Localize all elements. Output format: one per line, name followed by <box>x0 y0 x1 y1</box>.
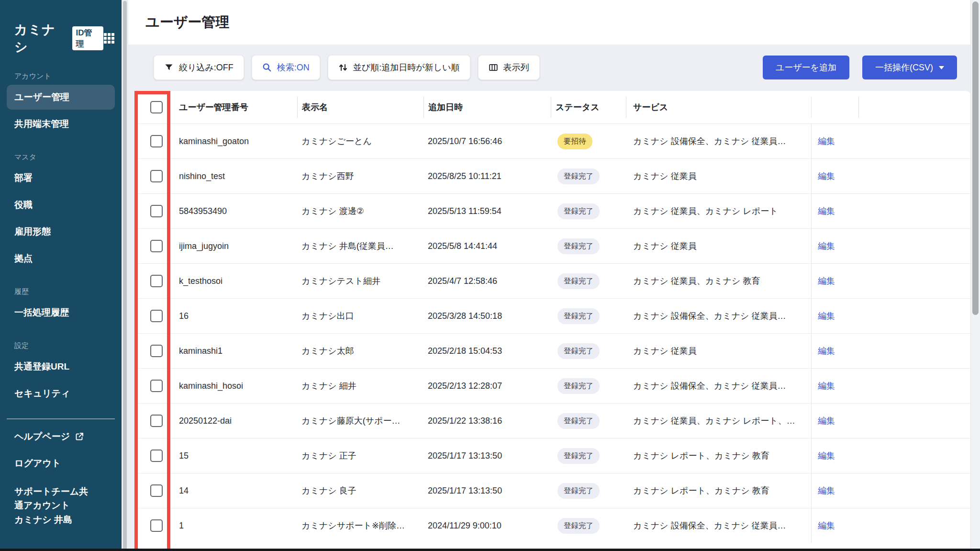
cell-status: 登録完了 <box>551 343 626 359</box>
cell-user-id: kaminashi1 <box>174 346 297 356</box>
row-checkbox[interactable] <box>150 135 163 147</box>
sidebar-scrollbar[interactable] <box>122 0 128 551</box>
edit-link[interactable]: 編集 <box>818 170 835 182</box>
cell-status: 要招待 <box>551 134 626 149</box>
table-row: kaminashi1 カミナシ太郎 2025/2/18 15:04:53 登録完… <box>138 333 971 368</box>
page-scrollbar-thumb[interactable] <box>972 1 979 315</box>
table-header-row: ユーザー管理番号 表示名 追加日時 ステータス サービス <box>138 91 971 124</box>
sidebar-item-link[interactable]: 拠点 <box>7 246 115 271</box>
status-badge: 登録完了 <box>557 413 600 429</box>
status-badge: 登録完了 <box>557 308 600 324</box>
edit-link[interactable]: 編集 <box>818 275 835 287</box>
cell-services: カミナシ 設備保全、カミナシ 従業員… <box>626 380 811 392</box>
row-checkbox[interactable] <box>150 275 163 287</box>
header-added-at: 追加日時 <box>423 97 551 118</box>
table-row: kaminashi_hosoi カミナシ 細井 2025/2/13 12:28:… <box>138 368 971 403</box>
cell-edit: 編集 <box>811 229 858 263</box>
cell-display-name: カミナシ太郎 <box>297 345 423 357</box>
cell-added-at: 2025/1/22 13:38:16 <box>423 416 551 426</box>
account-info-line: サポートチーム共 <box>14 484 107 498</box>
header-status: ステータス <box>551 97 626 118</box>
cell-services: カミナシ 設備保全、カミナシ 従業員… <box>626 135 811 147</box>
filter-button[interactable]: 絞り込み:OFF <box>154 55 244 80</box>
row-checkbox[interactable] <box>150 310 163 322</box>
chevron-down-icon <box>939 66 944 69</box>
sidebar-item-link[interactable]: 共用端末管理 <box>7 112 115 136</box>
row-checkbox[interactable] <box>150 345 163 357</box>
sidebar-item-link[interactable]: 一括処理履歴 <box>7 300 115 325</box>
table-row: ijima_jugyoin カミナシ 井島(従業員… 2025/5/8 14:4… <box>138 228 971 263</box>
status-badge: 登録完了 <box>557 518 600 534</box>
row-checkbox[interactable] <box>150 380 163 392</box>
cell-display-name: カミナシごーとん <box>297 135 423 147</box>
add-user-button[interactable]: ユーザーを追加 <box>763 56 849 79</box>
header-checkbox-cell <box>138 91 174 124</box>
sidebar-item-link[interactable]: 役職 <box>7 192 115 217</box>
row-checkbox[interactable] <box>150 484 163 497</box>
table-row: 16 カミナシ出口 2025/3/28 14:50:18 登録完了 カミナシ 設… <box>138 298 971 333</box>
status-badge: 登録完了 <box>557 169 600 184</box>
row-checkbox[interactable] <box>150 205 163 217</box>
cell-edit: 編集 <box>811 473 858 508</box>
sidebar-item-link[interactable]: セキュリティ <box>7 381 115 406</box>
row-checkbox-cell <box>138 369 174 403</box>
row-checkbox[interactable] <box>150 450 163 462</box>
bulk-csv-button-label: 一括操作(CSV) <box>875 62 933 73</box>
cell-edit: 編集 <box>811 334 858 368</box>
search-button[interactable]: 検索:ON <box>252 55 320 80</box>
cell-display-name: カミナシ藤原大(サポー… <box>297 415 423 427</box>
edit-link[interactable]: 編集 <box>818 485 835 496</box>
edit-link[interactable]: 編集 <box>818 520 835 531</box>
bulk-csv-button[interactable]: 一括操作(CSV) <box>862 56 957 79</box>
sidebar-divider <box>7 418 115 419</box>
cell-user-id: 20250122-dai <box>174 416 297 426</box>
status-badge: 登録完了 <box>557 238 600 254</box>
edit-link[interactable]: 編集 <box>818 380 835 392</box>
row-checkbox-cell <box>138 404 174 438</box>
cell-services: カミナシ レポート、カミナシ 教育 <box>626 450 811 461</box>
toolbar: 絞り込み:OFF 検索:ON <box>154 55 957 80</box>
row-checkbox[interactable] <box>150 170 163 182</box>
sidebar-item-active[interactable]: ユーザー管理 <box>7 85 115 110</box>
sidebar-help-link[interactable]: ヘルプページ <box>7 424 115 449</box>
edit-link[interactable]: 編集 <box>818 205 835 217</box>
row-checkbox-cell <box>138 439 174 473</box>
sidebar-item-link[interactable]: 部署 <box>7 166 115 191</box>
edit-link[interactable]: 編集 <box>818 345 835 357</box>
sidebar-item-link[interactable]: 雇用形態 <box>7 219 115 244</box>
cell-services: カミナシ 従業員、カミナシ レポート、… <box>626 415 811 427</box>
cell-status: 登録完了 <box>551 169 626 184</box>
table-row: 14 カミナシ 良子 2025/1/17 13:13:50 登録完了 カミナシ … <box>138 473 971 508</box>
cell-display-name: カミナシサポート※削除… <box>297 520 423 531</box>
row-checkbox[interactable] <box>150 240 163 252</box>
account-info: サポートチーム共通アカウントカミナシ 井島 <box>14 484 107 527</box>
table-row: kaminashi_goaton カミナシごーとん 2025/10/7 16:5… <box>138 124 971 158</box>
sidebar-scrollbar-thumb[interactable] <box>123 1 127 550</box>
edit-link[interactable]: 編集 <box>818 240 835 252</box>
row-checkbox[interactable] <box>150 415 163 427</box>
row-checkbox-cell <box>138 194 174 228</box>
cell-status: 登録完了 <box>551 413 626 429</box>
table-row: 1 カミナシサポート※削除… 2024/11/29 9:00:10 登録完了 カ… <box>138 508 971 543</box>
header-user-id: ユーザー管理番号 <box>174 97 297 118</box>
page-scrollbar[interactable] <box>970 0 980 551</box>
sidebar-logout-link[interactable]: ログアウト <box>7 451 115 476</box>
cell-status: 登録完了 <box>551 483 626 499</box>
columns-button[interactable]: 表示列 <box>478 55 540 80</box>
app-launcher-grid-icon[interactable] <box>103 33 115 44</box>
sidebar-section-label: アカウント <box>14 72 122 81</box>
sidebar-item-link[interactable]: 共通登録URL <box>7 354 115 379</box>
edit-link[interactable]: 編集 <box>818 415 835 427</box>
cell-services: カミナシ 設備保全、カミナシ 従業員… <box>626 310 811 322</box>
sort-button[interactable]: 並び順:追加日時が新しい順 <box>328 55 470 80</box>
columns-button-label: 表示列 <box>503 62 529 73</box>
row-checkbox[interactable] <box>150 519 163 532</box>
cell-services: カミナシ 従業員 <box>626 170 811 182</box>
edit-link[interactable]: 編集 <box>818 450 835 461</box>
cell-added-at: 2025/1/17 13:13:50 <box>423 486 551 496</box>
edit-link[interactable]: 編集 <box>818 310 835 322</box>
account-info-line: カミナシ 井島 <box>14 513 107 527</box>
table-row: 15 カミナシ 正子 2025/1/17 13:13:50 登録完了 カミナシ … <box>138 438 971 473</box>
select-all-checkbox[interactable] <box>150 101 163 113</box>
edit-link[interactable]: 編集 <box>818 135 835 147</box>
